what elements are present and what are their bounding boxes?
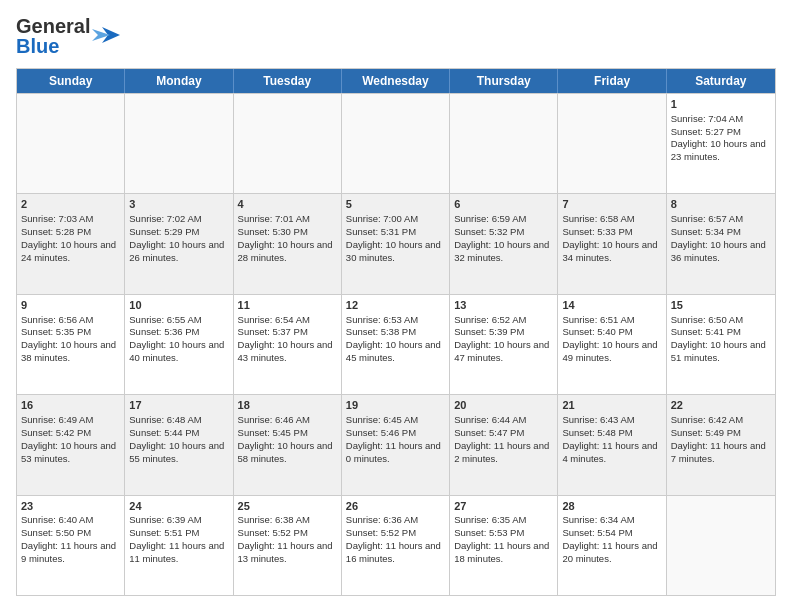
day-cell-24: 24Sunrise: 6:39 AM Sunset: 5:51 PM Dayli… — [125, 496, 233, 595]
day-cell-23: 23Sunrise: 6:40 AM Sunset: 5:50 PM Dayli… — [17, 496, 125, 595]
day-number: 6 — [454, 197, 553, 212]
day-info: Sunrise: 7:02 AM Sunset: 5:29 PM Dayligh… — [129, 213, 224, 262]
day-number: 4 — [238, 197, 337, 212]
day-info: Sunrise: 6:34 AM Sunset: 5:54 PM Dayligh… — [562, 514, 657, 563]
empty-cell-0-4 — [450, 94, 558, 193]
day-cell-18: 18Sunrise: 6:46 AM Sunset: 5:45 PM Dayli… — [234, 395, 342, 494]
day-number: 24 — [129, 499, 228, 514]
empty-cell-0-3 — [342, 94, 450, 193]
empty-cell-0-1 — [125, 94, 233, 193]
day-number: 3 — [129, 197, 228, 212]
day-info: Sunrise: 6:55 AM Sunset: 5:36 PM Dayligh… — [129, 314, 224, 363]
weekday-header-tuesday: Tuesday — [234, 69, 342, 93]
day-info: Sunrise: 6:51 AM Sunset: 5:40 PM Dayligh… — [562, 314, 657, 363]
day-cell-13: 13Sunrise: 6:52 AM Sunset: 5:39 PM Dayli… — [450, 295, 558, 394]
day-cell-9: 9Sunrise: 6:56 AM Sunset: 5:35 PM Daylig… — [17, 295, 125, 394]
weekday-header-sunday: Sunday — [17, 69, 125, 93]
day-cell-26: 26Sunrise: 6:36 AM Sunset: 5:52 PM Dayli… — [342, 496, 450, 595]
day-info: Sunrise: 6:50 AM Sunset: 5:41 PM Dayligh… — [671, 314, 766, 363]
weekday-header-monday: Monday — [125, 69, 233, 93]
weekday-header-friday: Friday — [558, 69, 666, 93]
day-cell-22: 22Sunrise: 6:42 AM Sunset: 5:49 PM Dayli… — [667, 395, 775, 494]
day-info: Sunrise: 6:54 AM Sunset: 5:37 PM Dayligh… — [238, 314, 333, 363]
day-number: 9 — [21, 298, 120, 313]
day-info: Sunrise: 6:52 AM Sunset: 5:39 PM Dayligh… — [454, 314, 549, 363]
day-info: Sunrise: 6:48 AM Sunset: 5:44 PM Dayligh… — [129, 414, 224, 463]
calendar-row-2: 9Sunrise: 6:56 AM Sunset: 5:35 PM Daylig… — [17, 294, 775, 394]
day-number: 25 — [238, 499, 337, 514]
day-cell-15: 15Sunrise: 6:50 AM Sunset: 5:41 PM Dayli… — [667, 295, 775, 394]
day-number: 7 — [562, 197, 661, 212]
day-cell-8: 8Sunrise: 6:57 AM Sunset: 5:34 PM Daylig… — [667, 194, 775, 293]
day-info: Sunrise: 6:46 AM Sunset: 5:45 PM Dayligh… — [238, 414, 333, 463]
day-number: 11 — [238, 298, 337, 313]
day-number: 23 — [21, 499, 120, 514]
day-info: Sunrise: 6:40 AM Sunset: 5:50 PM Dayligh… — [21, 514, 116, 563]
page: General Blue SundayMondayTuesdayWednesda… — [0, 0, 792, 612]
day-info: Sunrise: 6:59 AM Sunset: 5:32 PM Dayligh… — [454, 213, 549, 262]
empty-cell-0-5 — [558, 94, 666, 193]
day-cell-10: 10Sunrise: 6:55 AM Sunset: 5:36 PM Dayli… — [125, 295, 233, 394]
day-cell-3: 3Sunrise: 7:02 AM Sunset: 5:29 PM Daylig… — [125, 194, 233, 293]
day-info: Sunrise: 6:39 AM Sunset: 5:51 PM Dayligh… — [129, 514, 224, 563]
day-cell-12: 12Sunrise: 6:53 AM Sunset: 5:38 PM Dayli… — [342, 295, 450, 394]
day-number: 17 — [129, 398, 228, 413]
day-cell-6: 6Sunrise: 6:59 AM Sunset: 5:32 PM Daylig… — [450, 194, 558, 293]
day-number: 5 — [346, 197, 445, 212]
calendar-header: SundayMondayTuesdayWednesdayThursdayFrid… — [17, 69, 775, 93]
day-number: 28 — [562, 499, 661, 514]
day-cell-20: 20Sunrise: 6:44 AM Sunset: 5:47 PM Dayli… — [450, 395, 558, 494]
empty-cell-4-6 — [667, 496, 775, 595]
day-cell-16: 16Sunrise: 6:49 AM Sunset: 5:42 PM Dayli… — [17, 395, 125, 494]
day-cell-17: 17Sunrise: 6:48 AM Sunset: 5:44 PM Dayli… — [125, 395, 233, 494]
day-number: 14 — [562, 298, 661, 313]
day-info: Sunrise: 6:42 AM Sunset: 5:49 PM Dayligh… — [671, 414, 766, 463]
day-cell-2: 2Sunrise: 7:03 AM Sunset: 5:28 PM Daylig… — [17, 194, 125, 293]
day-cell-11: 11Sunrise: 6:54 AM Sunset: 5:37 PM Dayli… — [234, 295, 342, 394]
day-info: Sunrise: 6:57 AM Sunset: 5:34 PM Dayligh… — [671, 213, 766, 262]
logo-blue: Blue — [16, 36, 59, 56]
day-number: 16 — [21, 398, 120, 413]
weekday-header-saturday: Saturday — [667, 69, 775, 93]
empty-cell-0-2 — [234, 94, 342, 193]
day-info: Sunrise: 6:58 AM Sunset: 5:33 PM Dayligh… — [562, 213, 657, 262]
day-number: 10 — [129, 298, 228, 313]
day-number: 27 — [454, 499, 553, 514]
calendar-row-3: 16Sunrise: 6:49 AM Sunset: 5:42 PM Dayli… — [17, 394, 775, 494]
day-cell-4: 4Sunrise: 7:01 AM Sunset: 5:30 PM Daylig… — [234, 194, 342, 293]
day-info: Sunrise: 6:49 AM Sunset: 5:42 PM Dayligh… — [21, 414, 116, 463]
day-cell-28: 28Sunrise: 6:34 AM Sunset: 5:54 PM Dayli… — [558, 496, 666, 595]
day-number: 20 — [454, 398, 553, 413]
day-cell-21: 21Sunrise: 6:43 AM Sunset: 5:48 PM Dayli… — [558, 395, 666, 494]
day-number: 22 — [671, 398, 771, 413]
logo: General Blue — [16, 16, 120, 56]
day-cell-5: 5Sunrise: 7:00 AM Sunset: 5:31 PM Daylig… — [342, 194, 450, 293]
day-info: Sunrise: 6:36 AM Sunset: 5:52 PM Dayligh… — [346, 514, 441, 563]
day-number: 1 — [671, 97, 771, 112]
empty-cell-0-0 — [17, 94, 125, 193]
day-number: 13 — [454, 298, 553, 313]
day-info: Sunrise: 6:53 AM Sunset: 5:38 PM Dayligh… — [346, 314, 441, 363]
day-number: 18 — [238, 398, 337, 413]
day-info: Sunrise: 6:38 AM Sunset: 5:52 PM Dayligh… — [238, 514, 333, 563]
day-info: Sunrise: 7:00 AM Sunset: 5:31 PM Dayligh… — [346, 213, 441, 262]
day-number: 2 — [21, 197, 120, 212]
calendar: SundayMondayTuesdayWednesdayThursdayFrid… — [16, 68, 776, 596]
day-info: Sunrise: 7:03 AM Sunset: 5:28 PM Dayligh… — [21, 213, 116, 262]
day-info: Sunrise: 6:35 AM Sunset: 5:53 PM Dayligh… — [454, 514, 549, 563]
calendar-row-0: 1Sunrise: 7:04 AM Sunset: 5:27 PM Daylig… — [17, 93, 775, 193]
day-cell-19: 19Sunrise: 6:45 AM Sunset: 5:46 PM Dayli… — [342, 395, 450, 494]
day-number: 21 — [562, 398, 661, 413]
day-number: 12 — [346, 298, 445, 313]
day-info: Sunrise: 6:45 AM Sunset: 5:46 PM Dayligh… — [346, 414, 441, 463]
calendar-body: 1Sunrise: 7:04 AM Sunset: 5:27 PM Daylig… — [17, 93, 775, 595]
day-info: Sunrise: 7:01 AM Sunset: 5:30 PM Dayligh… — [238, 213, 333, 262]
calendar-row-1: 2Sunrise: 7:03 AM Sunset: 5:28 PM Daylig… — [17, 193, 775, 293]
day-cell-7: 7Sunrise: 6:58 AM Sunset: 5:33 PM Daylig… — [558, 194, 666, 293]
logo-icon — [92, 25, 120, 47]
day-cell-25: 25Sunrise: 6:38 AM Sunset: 5:52 PM Dayli… — [234, 496, 342, 595]
weekday-header-thursday: Thursday — [450, 69, 558, 93]
day-number: 15 — [671, 298, 771, 313]
day-info: Sunrise: 7:04 AM Sunset: 5:27 PM Dayligh… — [671, 113, 766, 162]
day-number: 8 — [671, 197, 771, 212]
